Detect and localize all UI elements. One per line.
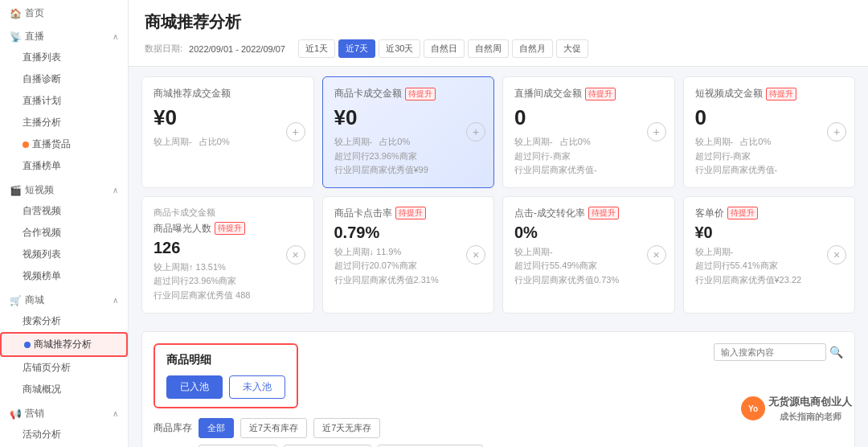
card-title-1: 商品卡成交金额 待提升 — [334, 87, 483, 100]
card-tag-1: 待提升 — [405, 88, 436, 100]
date-btn-5[interactable]: 自然月 — [512, 39, 553, 58]
card-sub-1: 较上周期- 占比0% 超过同行23.96%商家 行业同层商家优秀值¥99 — [334, 135, 483, 178]
live-goods-dot — [23, 141, 29, 148]
product-detail-box: 商品明细 已入池 未入池 — [154, 343, 298, 408]
shop-icon: 🛒 — [10, 295, 22, 306]
date-btn-6[interactable]: 大促 — [556, 39, 588, 58]
tab-not-in-pool[interactable]: 未入池 — [229, 375, 285, 399]
sidebar-sub-activity[interactable]: 活动分析 — [0, 424, 128, 445]
card-row2-1: 商品卡点击率 待提升 0.79% 较上周期↓ 11.9% 超过同行20.07%商… — [322, 196, 495, 314]
sidebar-sub-live-plan[interactable]: 直播计划 — [0, 90, 128, 112]
search-icon[interactable]: 🔍 — [829, 346, 843, 359]
sidebar-section-shop[interactable]: 🛒 商城 ∧ — [0, 287, 128, 310]
stock-btn-all[interactable]: 全部 — [199, 418, 234, 438]
cards-row-2: 商品卡成交金额 商品曝光人数 待提升 126 较上周期↑ 13.51% 超过同行… — [141, 196, 855, 314]
sidebar-sub-live-rank[interactable]: 直播榜单 — [0, 155, 128, 177]
card-title-2: 直播间成交金额 待提升 — [514, 87, 663, 100]
card2-value-1: 0.79% — [334, 224, 483, 242]
card-row1-2: 直播间成交金额 待提升 0 较上周期- 占比0% 超过同行-商家 行业同层商家优… — [502, 76, 675, 188]
date-btn-0[interactable]: 近1天 — [298, 39, 335, 58]
data-show-select[interactable]: 不限商品曝光 — [199, 445, 277, 447]
stock-btn-7d[interactable]: 近7天有库存 — [240, 418, 307, 438]
card2-title-0: 商品曝光人数 待提升 — [154, 222, 302, 236]
card-row2-0: 商品卡成交金额 商品曝光人数 待提升 126 较上周期↑ 13.51% 超过同行… — [141, 196, 314, 314]
card-value-2: 0 — [514, 105, 663, 130]
page-header: 商城推荐分析 数据日期: 2022/09/01 - 2022/09/07 近1天… — [129, 0, 868, 67]
card-row1-1: 商品卡成交金额 待提升 ¥0 较上周期- 占比0% 超过同行23.96%商家 行… — [322, 76, 495, 188]
card-value-1: ¥0 — [334, 105, 483, 130]
video-icon: 🎬 — [10, 185, 22, 196]
card-row1-3: 短视频成交金额 待提升 0 较上周期- 占比0% 超过同行-商家 行业同层商家优… — [683, 76, 856, 188]
sidebar-live-label: 直播 — [25, 30, 44, 43]
sidebar-sub-shop-overview[interactable]: 商城概况 — [0, 379, 128, 400]
sidebar-sub-video-list[interactable]: 视频列表 — [0, 244, 128, 265]
date-btn-1[interactable]: 近7天 — [338, 39, 375, 58]
card2-left-label-0: 商品卡成交金额 — [154, 207, 302, 219]
card2-expand-icon-3[interactable]: × — [827, 245, 846, 265]
cards-area: 商城推荐成交金额 ¥0 较上周期- 占比0% + 商品卡成交金额 待提升 ¥0 … — [129, 67, 868, 331]
date-label: 数据日期: — [145, 43, 182, 55]
marketing-icon: 📢 — [10, 408, 22, 420]
date-range: 2022/09/01 - 2022/09/07 — [189, 44, 285, 54]
sidebar-sub-video-own[interactable]: 自营视频 — [0, 200, 128, 222]
card-expand-icon-0[interactable]: + — [286, 122, 305, 141]
search-input[interactable] — [714, 343, 826, 361]
main-content: 商城推荐分析 数据日期: 2022/09/01 - 2022/09/07 近1天… — [129, 0, 868, 447]
card-title-3: 短视频成交金额 待提升 — [695, 87, 844, 100]
sidebar-sub-shop-recommend[interactable]: 商城推荐分析 — [0, 332, 128, 357]
card-row2-2: 点击-成交转化率 待提升 0% 较上周期- 超过同行55.49%商家 行业同层商… — [502, 196, 675, 314]
product-detail-title: 商品明细 — [166, 353, 285, 367]
marketing-arrow-icon: ∧ — [113, 409, 118, 418]
sidebar-sub-video-rank[interactable]: 视频榜单 — [0, 265, 128, 287]
card-row1-0: 商城推荐成交金额 ¥0 较上周期- 占比0% + — [141, 76, 314, 188]
sidebar-section-video[interactable]: 🎬 短视频 ∧ — [0, 177, 128, 200]
search-area: 🔍 — [714, 343, 843, 361]
stock-label: 商品库存 — [154, 421, 192, 435]
card-sub-0: 较上周期- 占比0% — [154, 135, 302, 150]
sidebar-marketing-label: 营销 — [25, 407, 44, 420]
card-value-3: 0 — [695, 105, 844, 130]
card-expand-icon-3[interactable]: + — [827, 122, 846, 141]
card2-expand-icon-0[interactable]: × — [286, 245, 305, 265]
card2-value-0: 126 — [154, 239, 302, 257]
card2-sub-1: 较上周期↓ 11.9% 超过同行20.07%商家 行业同层商家优秀值2.31% — [334, 245, 483, 288]
conversion-select[interactable]: 不限商品成交转化率 — [378, 445, 483, 447]
conversion-select-wrapper: 不限商品成交转化率 — [378, 445, 483, 447]
card-tag-2: 待提升 — [585, 88, 616, 100]
sidebar-section-live[interactable]: 📡 直播 ∧ — [0, 23, 128, 47]
date-btn-4[interactable]: 自然周 — [468, 39, 509, 58]
card-expand-icon-2[interactable]: + — [647, 122, 666, 141]
sidebar-sub-shop-page[interactable]: 店铺页分析 — [0, 357, 128, 379]
card-expand-icon-1[interactable]: + — [466, 122, 485, 141]
click-rate-select[interactable]: 不限商品点击率 — [284, 445, 371, 447]
card2-value-3: ¥0 — [695, 224, 844, 242]
card2-sub-2: 较上周期- 超过同行55.49%商家 行业同层商家优秀值0.73% — [514, 245, 663, 288]
data-show-select-wrapper: 不限商品曝光 — [199, 445, 277, 447]
sidebar-sub-video-coop[interactable]: 合作视频 — [0, 222, 128, 244]
card2-tag-2: 待提升 — [588, 207, 619, 219]
card2-expand-icon-2[interactable]: × — [647, 245, 666, 265]
stock-filter-row: 商品库存 全部 近7天有库存 近7天无库存 — [154, 418, 843, 438]
sidebar-sub-live-goods[interactable]: 直播货品 — [0, 133, 128, 155]
sidebar-section-marketing[interactable]: 📢 营销 ∧ — [0, 400, 128, 424]
sidebar-sub-live-list[interactable]: 直播列表 — [0, 47, 128, 68]
card-title-0: 商城推荐成交金额 — [154, 87, 302, 100]
sidebar-section-home[interactable]: 🏠 首页 — [0, 0, 128, 23]
product-detail-panel: 商品明细 已入池 未入池 🔍 商品库存 全部 近7天有库存 近7天无库存 — [141, 331, 855, 447]
date-btn-2[interactable]: 近30天 — [379, 39, 420, 58]
home-icon: 🏠 — [10, 8, 22, 19]
card2-tag-3: 待提升 — [727, 207, 758, 219]
shop-arrow-icon: ∧ — [113, 296, 118, 305]
sidebar-sub-shop-search[interactable]: 搜索分析 — [0, 310, 128, 332]
card-sub-3: 较上周期- 占比0% 超过同行-商家 行业同层商家优秀值- — [695, 135, 844, 178]
card2-title-1: 商品卡点击率 待提升 — [334, 207, 483, 220]
sidebar-sub-live-diag[interactable]: 自播诊断 — [0, 68, 128, 90]
data-filter-row: 数据表现 不限商品曝光 不限商品点击率 不限商品成交转化率 — [154, 445, 843, 447]
card2-expand-icon-1[interactable]: × — [466, 245, 485, 265]
stock-btn-no7d[interactable]: 近7天无库存 — [313, 418, 380, 438]
sidebar-sub-live-anchor[interactable]: 主播分析 — [0, 112, 128, 133]
sidebar-video-label: 短视频 — [25, 183, 54, 197]
card-tag-3: 待提升 — [766, 88, 796, 100]
tab-in-pool[interactable]: 已入池 — [166, 375, 223, 399]
date-btn-3[interactable]: 自然日 — [424, 39, 465, 58]
